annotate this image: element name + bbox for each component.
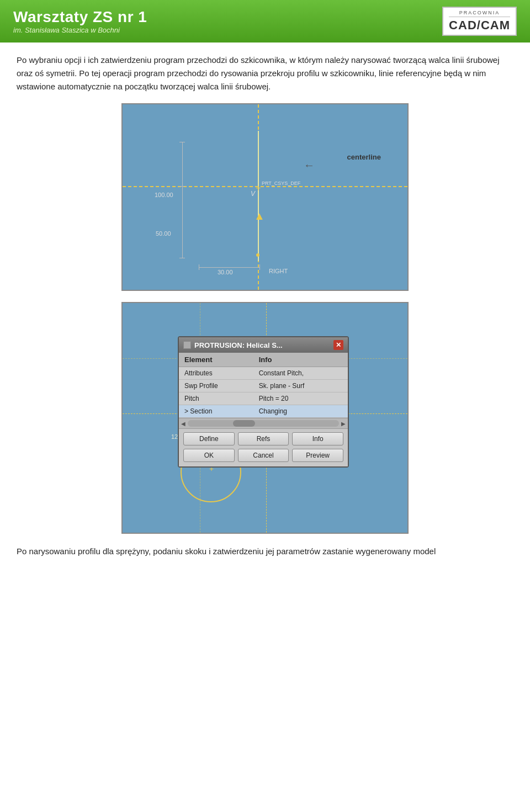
dialog-scrollbar[interactable]: ◀ ▶ (179, 418, 348, 429)
table-row[interactable]: SectionChanging (179, 405, 348, 418)
logo-main-text: CAD/CAM (449, 18, 510, 33)
cancel-button[interactable]: Cancel (238, 449, 289, 462)
protrusion-dialog: PROTRUSION: Helical S... ✕ Element Info … (178, 336, 349, 468)
table-cell-element: Swp Profile (179, 380, 253, 392)
dialog-buttons-row1: Define Refs Info (179, 429, 348, 447)
centerline-label: centerline (347, 153, 381, 161)
dialog-body: Element Info AttributesConstant Pitch,Sw… (179, 353, 348, 466)
intro-paragraph: Po wybraniu opcji i ich zatwierdzeniu pr… (17, 54, 513, 93)
table-cell-info: Constant Pitch, (253, 367, 348, 380)
dialog-buttons-row2: OK Cancel Preview (179, 447, 348, 466)
outro-paragraph: Po narysowaniu profilu dla sprężyny, pod… (17, 545, 513, 558)
profile-endpoint (256, 253, 259, 257)
table-cell-element: Attributes (179, 367, 253, 380)
dim-tick-right (259, 264, 260, 270)
scroll-left-arrow[interactable]: ◀ (181, 421, 186, 427)
page-subtitle: im. Stanisława Staszica w Bochni (13, 26, 147, 34)
table-cell-info: Pitch = 20 (253, 392, 348, 405)
col-info-header: Info (253, 353, 348, 367)
table-cell-element: Pitch (179, 392, 253, 405)
origin-cross: + (256, 183, 261, 193)
dim-tick-left (199, 264, 199, 270)
horizontal-dashed-line (123, 186, 407, 187)
table-row[interactable]: AttributesConstant Pitch, (179, 367, 348, 380)
preview-button[interactable]: Preview (292, 449, 343, 462)
info-button[interactable]: Info (292, 432, 343, 445)
label-right: RIGHT (269, 268, 288, 274)
dim-line-50 (182, 186, 183, 258)
table-cell-info: Changing (253, 405, 348, 418)
table-cell-element: Section (179, 405, 253, 418)
dialog-icon (183, 341, 191, 349)
profile-line (258, 131, 259, 261)
label-prt-csys: PRT_CSYS_DEF (262, 181, 300, 186)
header-title-block: Warsztaty ZS nr 1 im. Stanisława Staszic… (13, 8, 147, 34)
scrollbar-track (188, 420, 339, 427)
dim-tick-top (179, 142, 185, 142)
table-row[interactable]: Swp ProfileSk. plane - Surf (179, 380, 348, 392)
scroll-right-arrow[interactable]: ▶ (341, 421, 346, 427)
dialog-table: Element Info AttributesConstant Pitch,Sw… (179, 353, 348, 418)
dim-label-30: 30.00 (218, 269, 233, 275)
dim-label-100: 100.00 (155, 192, 173, 198)
header-logo: PRACOWNIA CAD/CAM (442, 7, 517, 36)
scrollbar-thumb[interactable] (233, 420, 255, 427)
col-element-header: Element (179, 353, 253, 367)
table-cell-info: Sk. plane - Surf (253, 380, 348, 392)
dim-tick-bottom (179, 258, 185, 258)
logo-top-text: PRACOWNIA (449, 10, 510, 17)
refs-button[interactable]: Refs (238, 432, 289, 445)
yellow-arrow-up: ▲ (254, 210, 265, 221)
cad-sketch-view: 100.00 50.00 30.00 RIGHT PRT_CSYS_DEF V … (121, 103, 409, 291)
dialog-titlebar: PROTRUSION: Helical S... ✕ (179, 337, 348, 353)
page-title: Warsztaty ZS nr 1 (13, 8, 147, 26)
define-button[interactable]: Define (183, 432, 235, 445)
header: Warsztaty ZS nr 1 im. Stanisława Staszic… (0, 0, 530, 43)
label-v: V (251, 190, 255, 198)
dim-line-h (199, 267, 259, 268)
cad-dialog-view: + 12.00 PROTRUSION: Helical S... ✕ Eleme… (121, 302, 409, 534)
main-content: Po wybraniu opcji i ich zatwierdzeniu pr… (0, 43, 530, 569)
dialog-title: PROTRUSION: Helical S... (194, 341, 283, 349)
dim-label-50: 50.00 (156, 230, 171, 237)
centerline-arrow: ← (304, 159, 315, 172)
ok-button[interactable]: OK (183, 449, 235, 462)
dialog-titlebar-left: PROTRUSION: Helical S... (183, 341, 283, 349)
table-row[interactable]: PitchPitch = 20 (179, 392, 348, 405)
dialog-close-button[interactable]: ✕ (333, 340, 343, 350)
dim-tick-mid (179, 186, 185, 187)
